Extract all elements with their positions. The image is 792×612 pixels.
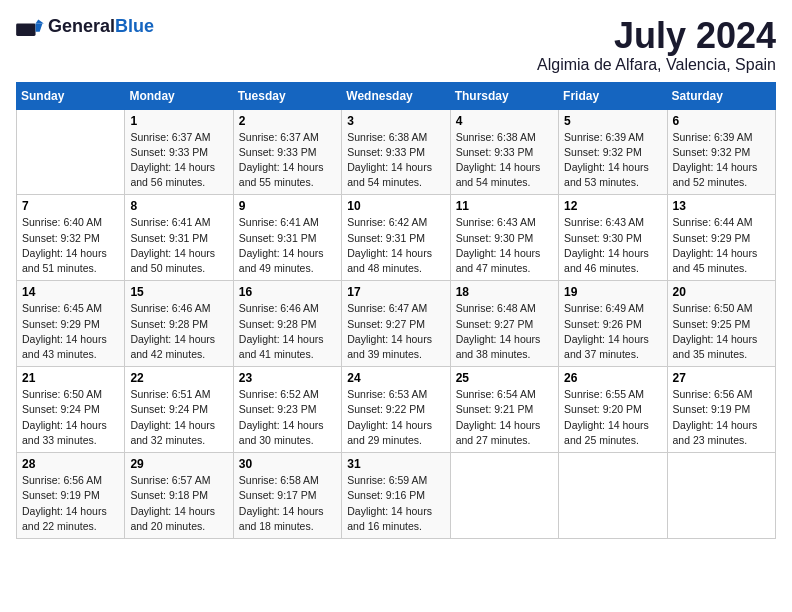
day-cell: 15Sunrise: 6:46 AM Sunset: 9:28 PM Dayli… bbox=[125, 281, 233, 367]
day-detail: Sunrise: 6:39 AM Sunset: 9:32 PM Dayligh… bbox=[673, 130, 770, 191]
day-detail: Sunrise: 6:53 AM Sunset: 9:22 PM Dayligh… bbox=[347, 387, 444, 448]
day-cell bbox=[667, 453, 775, 539]
day-detail: Sunrise: 6:46 AM Sunset: 9:28 PM Dayligh… bbox=[130, 301, 227, 362]
day-detail: Sunrise: 6:40 AM Sunset: 9:32 PM Dayligh… bbox=[22, 215, 119, 276]
day-cell: 29Sunrise: 6:57 AM Sunset: 9:18 PM Dayli… bbox=[125, 453, 233, 539]
day-cell: 21Sunrise: 6:50 AM Sunset: 9:24 PM Dayli… bbox=[17, 367, 125, 453]
day-number: 3 bbox=[347, 114, 444, 128]
day-detail: Sunrise: 6:41 AM Sunset: 9:31 PM Dayligh… bbox=[130, 215, 227, 276]
day-cell: 28Sunrise: 6:56 AM Sunset: 9:19 PM Dayli… bbox=[17, 453, 125, 539]
weekday-header-saturday: Saturday bbox=[667, 82, 775, 109]
day-cell: 18Sunrise: 6:48 AM Sunset: 9:27 PM Dayli… bbox=[450, 281, 558, 367]
calendar-title: July 2024 bbox=[537, 16, 776, 56]
day-number: 16 bbox=[239, 285, 336, 299]
day-cell: 3Sunrise: 6:38 AM Sunset: 9:33 PM Daylig… bbox=[342, 109, 450, 195]
day-detail: Sunrise: 6:43 AM Sunset: 9:30 PM Dayligh… bbox=[456, 215, 553, 276]
day-cell bbox=[17, 109, 125, 195]
day-number: 1 bbox=[130, 114, 227, 128]
day-cell: 6Sunrise: 6:39 AM Sunset: 9:32 PM Daylig… bbox=[667, 109, 775, 195]
day-detail: Sunrise: 6:59 AM Sunset: 9:16 PM Dayligh… bbox=[347, 473, 444, 534]
day-cell: 2Sunrise: 6:37 AM Sunset: 9:33 PM Daylig… bbox=[233, 109, 341, 195]
day-cell: 5Sunrise: 6:39 AM Sunset: 9:32 PM Daylig… bbox=[559, 109, 667, 195]
day-cell: 25Sunrise: 6:54 AM Sunset: 9:21 PM Dayli… bbox=[450, 367, 558, 453]
day-detail: Sunrise: 6:44 AM Sunset: 9:29 PM Dayligh… bbox=[673, 215, 770, 276]
day-number: 10 bbox=[347, 199, 444, 213]
day-detail: Sunrise: 6:56 AM Sunset: 9:19 PM Dayligh… bbox=[22, 473, 119, 534]
weekday-header-row: SundayMondayTuesdayWednesdayThursdayFrid… bbox=[17, 82, 776, 109]
day-number: 9 bbox=[239, 199, 336, 213]
svg-marker-2 bbox=[36, 19, 44, 23]
day-cell: 16Sunrise: 6:46 AM Sunset: 9:28 PM Dayli… bbox=[233, 281, 341, 367]
weekday-header-tuesday: Tuesday bbox=[233, 82, 341, 109]
day-cell: 20Sunrise: 6:50 AM Sunset: 9:25 PM Dayli… bbox=[667, 281, 775, 367]
week-row-3: 14Sunrise: 6:45 AM Sunset: 9:29 PM Dayli… bbox=[17, 281, 776, 367]
header: GeneralBlue July 2024 Algimia de Alfara,… bbox=[16, 16, 776, 74]
day-detail: Sunrise: 6:41 AM Sunset: 9:31 PM Dayligh… bbox=[239, 215, 336, 276]
day-number: 8 bbox=[130, 199, 227, 213]
day-number: 13 bbox=[673, 199, 770, 213]
day-detail: Sunrise: 6:37 AM Sunset: 9:33 PM Dayligh… bbox=[239, 130, 336, 191]
calendar-subtitle: Algimia de Alfara, Valencia, Spain bbox=[537, 56, 776, 74]
day-cell: 22Sunrise: 6:51 AM Sunset: 9:24 PM Dayli… bbox=[125, 367, 233, 453]
day-cell: 12Sunrise: 6:43 AM Sunset: 9:30 PM Dayli… bbox=[559, 195, 667, 281]
day-cell: 26Sunrise: 6:55 AM Sunset: 9:20 PM Dayli… bbox=[559, 367, 667, 453]
day-number: 7 bbox=[22, 199, 119, 213]
week-row-1: 1Sunrise: 6:37 AM Sunset: 9:33 PM Daylig… bbox=[17, 109, 776, 195]
day-number: 12 bbox=[564, 199, 661, 213]
day-detail: Sunrise: 6:56 AM Sunset: 9:19 PM Dayligh… bbox=[673, 387, 770, 448]
weekday-header-wednesday: Wednesday bbox=[342, 82, 450, 109]
day-number: 15 bbox=[130, 285, 227, 299]
day-number: 20 bbox=[673, 285, 770, 299]
day-cell: 30Sunrise: 6:58 AM Sunset: 9:17 PM Dayli… bbox=[233, 453, 341, 539]
calendar-table: SundayMondayTuesdayWednesdayThursdayFrid… bbox=[16, 82, 776, 539]
day-number: 4 bbox=[456, 114, 553, 128]
svg-rect-0 bbox=[16, 23, 35, 35]
weekday-header-thursday: Thursday bbox=[450, 82, 558, 109]
day-detail: Sunrise: 6:50 AM Sunset: 9:24 PM Dayligh… bbox=[22, 387, 119, 448]
day-detail: Sunrise: 6:57 AM Sunset: 9:18 PM Dayligh… bbox=[130, 473, 227, 534]
day-detail: Sunrise: 6:45 AM Sunset: 9:29 PM Dayligh… bbox=[22, 301, 119, 362]
day-detail: Sunrise: 6:37 AM Sunset: 9:33 PM Dayligh… bbox=[130, 130, 227, 191]
day-detail: Sunrise: 6:54 AM Sunset: 9:21 PM Dayligh… bbox=[456, 387, 553, 448]
day-number: 11 bbox=[456, 199, 553, 213]
day-cell: 31Sunrise: 6:59 AM Sunset: 9:16 PM Dayli… bbox=[342, 453, 450, 539]
day-number: 26 bbox=[564, 371, 661, 385]
day-number: 25 bbox=[456, 371, 553, 385]
week-row-2: 7Sunrise: 6:40 AM Sunset: 9:32 PM Daylig… bbox=[17, 195, 776, 281]
weekday-header-sunday: Sunday bbox=[17, 82, 125, 109]
day-cell: 11Sunrise: 6:43 AM Sunset: 9:30 PM Dayli… bbox=[450, 195, 558, 281]
logo: GeneralBlue bbox=[16, 16, 154, 37]
day-cell: 17Sunrise: 6:47 AM Sunset: 9:27 PM Dayli… bbox=[342, 281, 450, 367]
day-cell bbox=[559, 453, 667, 539]
day-detail: Sunrise: 6:52 AM Sunset: 9:23 PM Dayligh… bbox=[239, 387, 336, 448]
day-cell: 27Sunrise: 6:56 AM Sunset: 9:19 PM Dayli… bbox=[667, 367, 775, 453]
day-cell: 9Sunrise: 6:41 AM Sunset: 9:31 PM Daylig… bbox=[233, 195, 341, 281]
day-number: 18 bbox=[456, 285, 553, 299]
day-cell: 23Sunrise: 6:52 AM Sunset: 9:23 PM Dayli… bbox=[233, 367, 341, 453]
day-cell: 8Sunrise: 6:41 AM Sunset: 9:31 PM Daylig… bbox=[125, 195, 233, 281]
day-number: 22 bbox=[130, 371, 227, 385]
week-row-4: 21Sunrise: 6:50 AM Sunset: 9:24 PM Dayli… bbox=[17, 367, 776, 453]
day-detail: Sunrise: 6:38 AM Sunset: 9:33 PM Dayligh… bbox=[456, 130, 553, 191]
day-detail: Sunrise: 6:46 AM Sunset: 9:28 PM Dayligh… bbox=[239, 301, 336, 362]
logo-graphic bbox=[16, 18, 44, 36]
day-cell: 10Sunrise: 6:42 AM Sunset: 9:31 PM Dayli… bbox=[342, 195, 450, 281]
day-cell: 14Sunrise: 6:45 AM Sunset: 9:29 PM Dayli… bbox=[17, 281, 125, 367]
day-detail: Sunrise: 6:51 AM Sunset: 9:24 PM Dayligh… bbox=[130, 387, 227, 448]
day-detail: Sunrise: 6:48 AM Sunset: 9:27 PM Dayligh… bbox=[456, 301, 553, 362]
day-number: 17 bbox=[347, 285, 444, 299]
day-number: 28 bbox=[22, 457, 119, 471]
day-detail: Sunrise: 6:50 AM Sunset: 9:25 PM Dayligh… bbox=[673, 301, 770, 362]
day-detail: Sunrise: 6:42 AM Sunset: 9:31 PM Dayligh… bbox=[347, 215, 444, 276]
day-cell: 1Sunrise: 6:37 AM Sunset: 9:33 PM Daylig… bbox=[125, 109, 233, 195]
day-cell: 4Sunrise: 6:38 AM Sunset: 9:33 PM Daylig… bbox=[450, 109, 558, 195]
day-detail: Sunrise: 6:43 AM Sunset: 9:30 PM Dayligh… bbox=[564, 215, 661, 276]
day-number: 23 bbox=[239, 371, 336, 385]
day-cell bbox=[450, 453, 558, 539]
title-area: July 2024 Algimia de Alfara, Valencia, S… bbox=[537, 16, 776, 74]
day-number: 24 bbox=[347, 371, 444, 385]
day-number: 5 bbox=[564, 114, 661, 128]
day-cell: 19Sunrise: 6:49 AM Sunset: 9:26 PM Dayli… bbox=[559, 281, 667, 367]
weekday-header-monday: Monday bbox=[125, 82, 233, 109]
day-detail: Sunrise: 6:58 AM Sunset: 9:17 PM Dayligh… bbox=[239, 473, 336, 534]
